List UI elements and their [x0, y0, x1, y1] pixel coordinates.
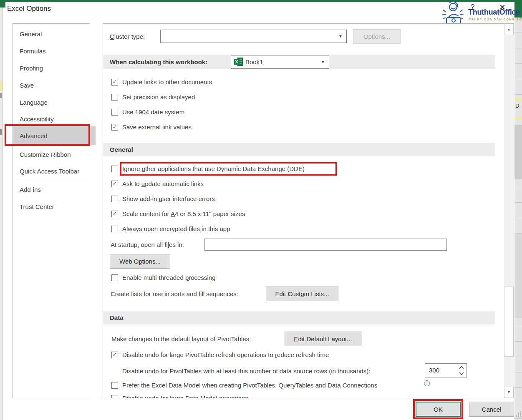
undo-rows-value[interactable]: 300: [429, 364, 439, 377]
checkbox-label[interactable]: Use 1904 date system: [122, 108, 184, 117]
checkbox-save-external-links[interactable]: ✓: [111, 124, 118, 131]
checkbox-disable-undo-pivot[interactable]: ✓: [111, 352, 118, 358]
excel-options-dialog: Excel Options ? ✕ D Thuth: [0, 0, 522, 420]
checkbox-label[interactable]: Disable undo for large Data Model operat…: [122, 394, 248, 398]
checkbox-addin-ui-errors[interactable]: [111, 196, 118, 202]
edit-default-layout-button[interactable]: Edit Default Layout...: [284, 332, 362, 346]
calc-workbook-label: When calculating this workbook:: [110, 58, 207, 65]
scroll-down-icon[interactable]: ▼: [504, 387, 514, 398]
startup-folder-input[interactable]: [204, 239, 447, 251]
options-button[interactable]: Options...: [353, 29, 401, 44]
checkbox-label[interactable]: Ask to update automatic links: [122, 179, 204, 189]
chevron-down-icon[interactable]: ▼: [321, 59, 325, 64]
sidebar-item-save[interactable]: Save: [13, 78, 96, 93]
resize-grip[interactable]: [516, 411, 522, 417]
sidebar-item-language[interactable]: Language: [13, 95, 96, 110]
sidebar-item-formulas[interactable]: Formulas: [13, 44, 96, 59]
checkbox-label[interactable]: Update links to other documents: [122, 78, 212, 87]
startup-folder-label: At startup, open all files in:: [111, 240, 184, 249]
chevron-down-icon[interactable]: ▼: [338, 34, 343, 38]
sidebar-item-general[interactable]: General: [13, 27, 96, 42]
checkbox-encrypted-files[interactable]: [111, 226, 118, 232]
checkmark-icon: ✓: [113, 124, 117, 130]
spinner-up-icon[interactable]: [459, 366, 463, 370]
checkbox-disable-undo-data-model[interactable]: [111, 395, 118, 398]
checkbox-label[interactable]: Save external link values: [122, 123, 192, 132]
background-sliver-left: [0, 8, 3, 420]
checkmark-icon: ✓: [113, 211, 117, 216]
checkbox-label[interactable]: Set precision as displayed: [122, 93, 195, 102]
brand-tagline: TRI KỶ CỦA DÂN CÔNG SỞ: [469, 18, 522, 21]
pivot-layout-label: Make changes to the default layout of Pi…: [111, 334, 251, 344]
sidebar-divider: [13, 179, 88, 179]
checkbox-ignore-dde[interactable]: [111, 166, 118, 172]
checkbox-label[interactable]: Ignore other applications that use Dynam…: [122, 164, 305, 174]
checkbox-scale-a4[interactable]: ✓: [111, 211, 118, 217]
background-artifact: D: [515, 103, 519, 109]
checkmark-icon: ✓: [113, 352, 117, 357]
sidebar-item-trust-center[interactable]: Trust Center: [13, 199, 96, 214]
checkbox-ask-update-links[interactable]: ✓: [111, 181, 118, 187]
custom-lists-label: Create lists for use in sorts and fill s…: [111, 289, 238, 299]
sidebar-item-advanced[interactable]: Advanced: [13, 126, 96, 145]
clipped-row-wrapper: Disable undo for large Data Model operat…: [103, 392, 495, 398]
section-header-general: General: [103, 143, 495, 156]
cluster-type-combobox[interactable]: ▼: [160, 30, 347, 43]
undo-rows-stepper[interactable]: 300: [425, 363, 467, 377]
edit-custom-lists-button[interactable]: Edit Custom Lists...: [266, 287, 338, 301]
checkbox-label[interactable]: Always open encrypted files in this app: [122, 224, 230, 234]
checkbox-prefer-data-model[interactable]: [111, 382, 118, 389]
sidebar-nav: General Formulas Proofing Save Language …: [13, 23, 90, 398]
cancel-button[interactable]: Cancel: [469, 402, 514, 417]
ok-button[interactable]: OK: [416, 402, 461, 417]
brand-name: ThuthuatOffice: [468, 8, 520, 17]
checkbox-label[interactable]: Disable undo for large PivotTable refres…: [122, 350, 329, 360]
background-artifact: [0, 80, 3, 91]
sidebar-item-accessibility[interactable]: Accessibility: [13, 112, 96, 127]
scrollbar-thumb[interactable]: [504, 287, 514, 357]
checkbox-label[interactable]: Prefer the Excel Data Model when creatin…: [122, 381, 377, 390]
checkbox-label[interactable]: Scale content for A4 or 8.5 x 11" paper …: [122, 209, 245, 219]
background-artifact: [0, 129, 2, 135]
sidebar-item-add-ins[interactable]: Add-ins: [13, 182, 96, 197]
dialog-title: Excel Options: [7, 5, 51, 13]
checkbox-update-links[interactable]: ✓: [111, 79, 118, 86]
web-options-button[interactable]: Web Options...: [110, 254, 170, 269]
sidebar-item-quick-access-toolbar[interactable]: Quick Access Toolbar: [13, 164, 96, 179]
background-artifact: [514, 234, 522, 318]
undo-rows-label: Disable undo for PivotTables with at lea…: [122, 367, 370, 376]
excel-workbook-icon: X: [234, 58, 243, 66]
background-artifact: [514, 98, 522, 101]
background-artifact: [514, 125, 522, 179]
scroll-up-icon[interactable]: ▲: [504, 24, 514, 35]
background-sliver-right: D: [514, 18, 522, 420]
section-header-data: Data: [103, 311, 495, 324]
background-artifact: [0, 93, 2, 98]
checkbox-label[interactable]: Show add-in user interface errors: [122, 194, 215, 204]
spinner-down-icon[interactable]: [459, 371, 463, 375]
checkbox-1904-date[interactable]: [111, 109, 118, 116]
checkmark-icon: ✓: [113, 79, 117, 85]
vertical-scrollbar[interactable]: ▲ ▼: [504, 24, 514, 398]
sidebar-item-proofing[interactable]: Proofing: [13, 61, 96, 76]
checkbox-multithreaded[interactable]: [111, 274, 118, 281]
info-icon[interactable]: ⓘ: [424, 379, 430, 388]
checkbox-set-precision[interactable]: [111, 94, 118, 101]
workbook-name: Book1: [245, 55, 263, 68]
sidebar-item-customize-ribbon[interactable]: Customize Ribbon: [13, 147, 96, 162]
workbook-selector[interactable]: X Book1 ▼: [231, 55, 329, 69]
checkmark-icon: ✓: [113, 181, 117, 186]
cluster-type-value: [161, 33, 164, 40]
checkbox-label[interactable]: Enable multi-threaded processing: [122, 273, 215, 282]
background-excel-titlebar-sliver: [0, 0, 5, 8]
background-artifact: [514, 117, 522, 119]
cluster-type-label: Cluster type:: [110, 32, 145, 41]
